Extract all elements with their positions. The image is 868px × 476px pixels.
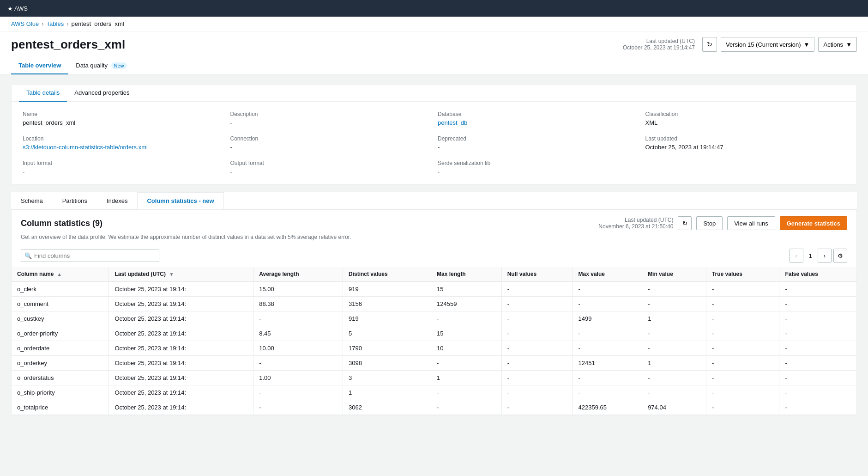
table-cell: -: [253, 385, 343, 400]
tab-table-details[interactable]: Table details: [19, 85, 67, 102]
table-cell: -: [706, 371, 779, 385]
th-column-name[interactable]: Column name ▲: [12, 267, 109, 281]
table-row: o_clerkOctober 25, 2023 at 19:14:15.0091…: [12, 281, 856, 297]
inner-tabs-bar: Table details Advanced properties: [12, 85, 856, 102]
table-cell: October 25, 2023 at 19:14:: [109, 371, 253, 385]
table-cell: 3: [343, 371, 431, 385]
th-avg-length: Average length: [253, 267, 343, 281]
table-cell: 1: [343, 385, 431, 400]
refresh-button[interactable]: ↻: [702, 37, 717, 52]
table-cell: o_custkey: [12, 311, 109, 326]
table-cell: -: [779, 385, 856, 400]
table-cell: o_orderkey: [12, 356, 109, 371]
th-false-values: False values: [779, 267, 856, 281]
stop-button[interactable]: Stop: [696, 216, 723, 230]
detail-description: Description -: [230, 111, 431, 126]
table-cell: o_totalprice: [12, 400, 109, 415]
table-cell: o_orderdate: [12, 341, 109, 356]
sort-asc-icon: ▲: [57, 272, 62, 277]
table-cell: 3098: [343, 356, 431, 371]
tab-indexes[interactable]: Indexes: [97, 192, 138, 209]
table-cell: -: [706, 341, 779, 356]
table-row: o_commentOctober 25, 2023 at 19:14:88.38…: [12, 297, 856, 311]
table-cell: -: [706, 311, 779, 326]
view-all-runs-button[interactable]: View all runs: [727, 216, 775, 230]
breadcrumb-current: pentest_orders_xml: [71, 20, 124, 27]
col-stats-last-updated: Last updated (UTC) November 6, 2023 at 2…: [598, 217, 673, 230]
table-cell: -: [779, 371, 856, 385]
table-cell: -: [779, 400, 856, 415]
col-stats-title-area: Column statistics (9): [21, 219, 102, 228]
table-cell: -: [253, 311, 343, 326]
table-cell: -: [642, 371, 706, 385]
search-bar-row: 🔍 ‹ 1 › ⚙: [12, 245, 856, 267]
col-stats-header: Column statistics (9) Last updated (UTC)…: [12, 210, 856, 234]
table-cell: -: [501, 400, 573, 415]
table-cell: o_order-priority: [12, 326, 109, 341]
tab-table-overview[interactable]: Table overview: [11, 57, 68, 74]
table-row: o_orderdateOctober 25, 2023 at 19:14:10.…: [12, 341, 856, 356]
table-cell: 1: [431, 371, 502, 385]
detail-last-updated: Last updated October 25, 2023 at 19:14:4…: [645, 135, 846, 151]
actions-button[interactable]: Actions ▼: [818, 37, 857, 52]
detail-connection: Connection -: [230, 135, 431, 151]
col-stats-refresh-button[interactable]: ↻: [678, 216, 692, 230]
table-cell: -: [706, 326, 779, 341]
table-cell: 10.00: [253, 341, 343, 356]
table-cell: -: [501, 341, 573, 356]
table-cell: 3062: [343, 400, 431, 415]
generate-statistics-button[interactable]: Generate statistics: [780, 216, 847, 230]
table-row: o_custkeyOctober 25, 2023 at 19:14:-919-…: [12, 311, 856, 326]
tab-schema[interactable]: Schema: [11, 192, 53, 209]
table-cell: 88.38: [253, 297, 343, 311]
table-cell: -: [706, 385, 779, 400]
table-cell: -: [501, 356, 573, 371]
pagination: ‹ 1 › ⚙: [790, 249, 847, 262]
th-last-updated[interactable]: Last updated (UTC) ▼: [109, 267, 253, 281]
table-cell: -: [573, 297, 642, 311]
table-cell: -: [642, 326, 706, 341]
table-cell: -: [573, 371, 642, 385]
table-details-card: Table details Advanced properties Name p…: [11, 84, 857, 185]
tab-data-quality[interactable]: Data quality New: [68, 57, 134, 74]
page-settings-button[interactable]: ⚙: [833, 249, 847, 262]
table-cell: -: [501, 297, 573, 311]
table-cell: October 25, 2023 at 19:14:: [109, 341, 253, 356]
next-page-button[interactable]: ›: [818, 249, 832, 262]
search-input[interactable]: [21, 250, 159, 262]
main-tabs: Table overview Data quality New: [11, 57, 857, 74]
table-row: o_order-priorityOctober 25, 2023 at 19:1…: [12, 326, 856, 341]
table-cell: -: [501, 326, 573, 341]
page-header: pentest_orders_xml Last updated (UTC) Oc…: [0, 31, 868, 75]
table-cell: -: [431, 400, 502, 415]
col-stats-description: Get an overview of the data profile. We …: [12, 234, 856, 245]
table-cell: -: [706, 356, 779, 371]
table-cell: -: [501, 385, 573, 400]
data-quality-badge: New: [111, 62, 127, 69]
table-row: o_ship-priorityOctober 25, 2023 at 19:14…: [12, 385, 856, 400]
table-cell: -: [779, 281, 856, 297]
table-cell: -: [706, 400, 779, 415]
search-icon: 🔍: [24, 252, 32, 259]
table-cell: 422359.65: [573, 400, 642, 415]
col-stats-actions: Last updated (UTC) November 6, 2023 at 2…: [598, 216, 847, 230]
table-cell: 974.04: [642, 400, 706, 415]
tab-advanced-properties[interactable]: Advanced properties: [67, 85, 137, 102]
table-cell: -: [642, 297, 706, 311]
table-cell: -: [501, 311, 573, 326]
version-button[interactable]: Version 15 (Current version) ▼: [721, 37, 814, 52]
section-tabs-bar: Schema Partitions Indexes Column statist…: [11, 192, 857, 209]
breadcrumb-tables[interactable]: Tables: [47, 20, 64, 27]
breadcrumb-sep-2: ›: [66, 20, 68, 27]
table-cell: 1790: [343, 341, 431, 356]
table-cell: October 25, 2023 at 19:14:: [109, 297, 253, 311]
breadcrumb-aws-glue[interactable]: AWS Glue: [11, 20, 39, 27]
tab-column-statistics[interactable]: Column statistics - new: [137, 192, 223, 209]
current-page: 1: [805, 252, 816, 259]
prev-page-button[interactable]: ‹: [790, 249, 803, 262]
table-cell: -: [573, 281, 642, 297]
table-cell: -: [501, 281, 573, 297]
tab-partitions[interactable]: Partitions: [53, 192, 97, 209]
detail-serde: Serde serialization lib -: [438, 160, 638, 175]
table-cell: -: [431, 311, 502, 326]
